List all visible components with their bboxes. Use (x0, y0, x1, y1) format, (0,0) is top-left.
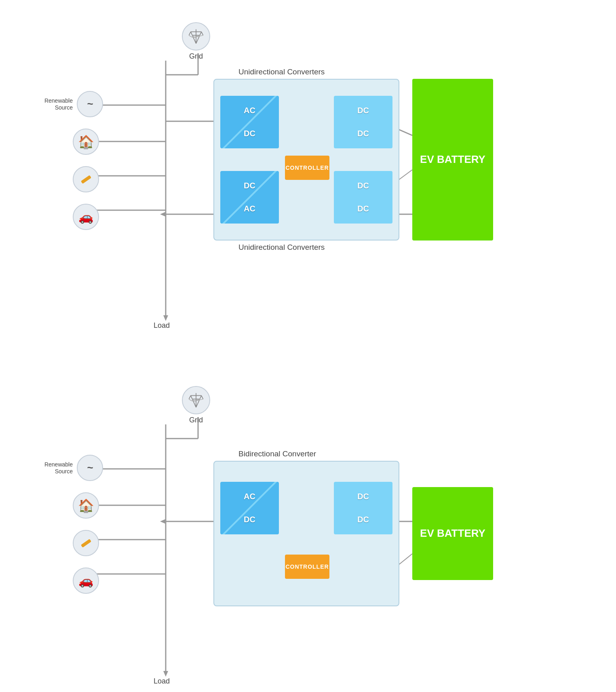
top-right-top-label: DC (357, 106, 369, 115)
svg-line-37 (189, 32, 190, 36)
diagram2-tools-item (36, 530, 103, 556)
diagram1-ev-label: EV BATTERY (420, 153, 485, 166)
diagram2-right-bottom-label: DC (357, 515, 369, 524)
diagram2-title: Bidirectional Converter (238, 449, 316, 458)
diagram1-ev-battery: EV BATTERY (412, 79, 493, 241)
diagram2-car-icon-circle: 🚗 (73, 568, 99, 594)
svg-line-71 (201, 396, 203, 399)
diagram2-left-top-label: AC (244, 492, 255, 501)
top-right-converter: DC DC (334, 96, 392, 148)
diagram2-renewable-item: Renewable Source ~ (36, 455, 103, 481)
diagram2-converter-box: Bidirectional Converter AC DC DC DC CONT… (213, 461, 399, 606)
car-icon-circle: 🚗 (73, 204, 99, 230)
diagram2-grid-label: Grid (189, 416, 203, 424)
diagram1-load: Load (154, 321, 170, 330)
svg-rect-40 (81, 175, 91, 184)
diagram2-renewable-icon: ~ (77, 455, 103, 481)
diagram2-tools-svg (78, 536, 94, 551)
bottom-left-bottom-label: AC (244, 204, 255, 213)
bottom-right-top-label: DC (357, 181, 369, 190)
diagram2-controller: CONTROLLER (285, 555, 329, 579)
diagram2-ev-battery: EV BATTERY (412, 487, 493, 580)
bottom-left-converter: DC AC (220, 171, 279, 224)
bottom-left-top-label: DC (244, 181, 255, 190)
car-icon: 🚗 (78, 210, 93, 224)
grid-icon-circle (182, 22, 210, 51)
svg-line-68 (191, 396, 196, 407)
diagram2-house-item: 🏠 (36, 492, 103, 519)
diagram2-car-icon: 🚗 (78, 574, 93, 588)
tools-svg (78, 172, 94, 187)
diagram2-tools-icon-circle (73, 530, 99, 556)
top-left-converter: AC DC (220, 96, 279, 148)
diagrams-wrapper: Grid Renewable Source ~ 🏠 (24, 16, 592, 692)
diagram2-wave-symbol: ~ (87, 462, 93, 474)
bottom-right-converter: DC DC (334, 171, 392, 224)
house-icon-circle: 🏠 (73, 129, 99, 155)
diagram2-house-icon: 🏠 (78, 498, 94, 513)
diagram1-converters-box: Unidirectional Converters AC DC DC DC CO… (213, 79, 399, 241)
svg-marker-64 (163, 671, 168, 677)
diagram1-title-bottom: Unidirectional Converters (238, 243, 325, 252)
svg-line-36 (196, 32, 201, 44)
svg-marker-49 (160, 519, 166, 524)
diagram2-grid-icon-circle (182, 386, 210, 414)
diagram2-car-item: 🚗 (36, 568, 103, 594)
car-item: 🚗 (36, 204, 103, 230)
bottom-right-bottom-label: DC (357, 204, 369, 213)
diagram2-section: Grid Renewable Source ~ 🏠 (24, 380, 592, 692)
diagram2-left-converter: AC DC (220, 482, 279, 534)
diagram2-load: Load (154, 677, 170, 686)
diagram2-right-converter: DC DC (334, 482, 392, 534)
diagram2-house-icon-circle: 🏠 (73, 492, 99, 519)
main-container: Grid Renewable Source ~ 🏠 (0, 0, 616, 692)
svg-rect-73 (81, 539, 91, 547)
diagram2-right-top-label: DC (357, 492, 369, 501)
svg-line-69 (196, 396, 201, 407)
top-right-bottom-label: DC (357, 129, 369, 138)
top-left-top-label: AC (244, 106, 255, 115)
diagram1-section: Grid Renewable Source ~ 🏠 (24, 16, 592, 348)
svg-line-38 (201, 32, 203, 36)
svg-marker-10 (160, 212, 166, 217)
tools-icon-circle (73, 166, 99, 192)
tools-item (36, 166, 103, 192)
diagram2-controller-label: CONTROLLER (285, 563, 329, 570)
diagram1-grid-label: Grid (189, 52, 203, 61)
svg-line-70 (189, 396, 190, 399)
top-left-bottom-label: DC (244, 129, 255, 138)
renewable-icon: ~ (77, 91, 103, 117)
diagram2-tower-svg (187, 391, 205, 409)
diagram2-ev-label: EV BATTERY (420, 527, 485, 540)
svg-marker-31 (163, 315, 168, 321)
tower-svg (187, 27, 205, 45)
wave-symbol: ~ (87, 98, 93, 110)
diagram2-renewable-label: Renewable Source (36, 461, 73, 475)
diagram2-grid: Grid (182, 386, 210, 424)
diagram1-sources: Renewable Source ~ 🏠 (36, 91, 103, 230)
diagram1-controller: CONTROLLER (285, 156, 329, 180)
renewable-label: Renewable Source (36, 97, 73, 111)
diagram2-sources: Renewable Source ~ 🏠 (36, 455, 103, 594)
house-icon: 🏠 (78, 134, 94, 150)
house-item: 🏠 (36, 129, 103, 155)
diagram1-grid: Grid (182, 22, 210, 61)
renewable-source-item: Renewable Source ~ (36, 91, 103, 117)
svg-line-35 (191, 32, 196, 44)
diagram1-controller-label: CONTROLLER (285, 165, 329, 171)
diagram2-left-bottom-label: DC (244, 515, 255, 524)
diagram1-title-top: Unidirectional Converters (238, 68, 325, 76)
